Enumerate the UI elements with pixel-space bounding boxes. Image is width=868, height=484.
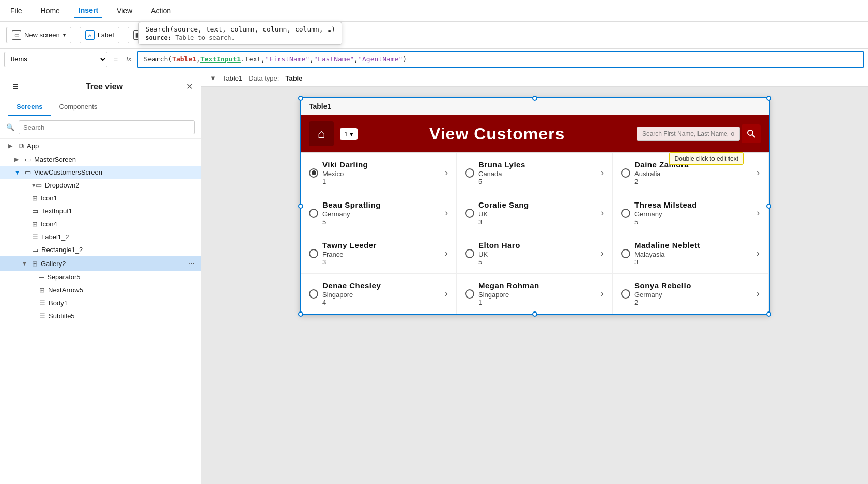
main-layout: ☰ Tree view ✕ Screens Components 🔍 ▶ ⧉ A… bbox=[0, 70, 868, 484]
sidebar-close-button[interactable]: ✕ bbox=[186, 82, 193, 91]
nextarrow-tree-icon: ⊞ bbox=[39, 286, 45, 294]
label-button[interactable]: A Label bbox=[80, 27, 120, 43]
datatype-table-name: Table1 bbox=[223, 74, 242, 82]
body1-label: Body1 bbox=[49, 299, 195, 307]
label-icon: A bbox=[85, 30, 95, 40]
customer-card-3[interactable]: Beau SpratlingGermany5› bbox=[301, 193, 457, 233]
handle-tl[interactable] bbox=[298, 96, 303, 101]
customer-card-8[interactable]: Madaline NeblettMalayasia3› bbox=[613, 233, 769, 274]
customer-name-3: Beau Spratling bbox=[322, 200, 441, 209]
customer-num-10: 1 bbox=[478, 299, 597, 306]
handle-br[interactable] bbox=[766, 311, 771, 317]
app-frame: Table1 ⌂ 1 ▾ View Customers bbox=[300, 97, 770, 315]
gallery-tree-icon: ⊞ bbox=[32, 260, 38, 268]
sidebar-item-masterscreen[interactable]: ▶ ▭ MasterScreen bbox=[0, 153, 201, 166]
new-screen-icon: ▭ bbox=[12, 30, 21, 40]
screen-icon-viewcustomers: ▭ bbox=[25, 168, 31, 176]
customer-country-8: Malayasia bbox=[634, 251, 753, 258]
dropdown-chevron: ▾ bbox=[350, 130, 353, 138]
customer-name-10: Megan Rohman bbox=[478, 281, 597, 290]
sidebar-item-separator5[interactable]: ▶ ─ Separator5 bbox=[0, 271, 201, 284]
menu-view[interactable]: View bbox=[113, 5, 136, 17]
sidebar-item-textinput1[interactable]: ▶ ▭ TextInput1 bbox=[0, 205, 201, 217]
customer-radio-9 bbox=[309, 289, 318, 299]
app-search-button[interactable] bbox=[742, 124, 761, 143]
sidebar-item-gallery2[interactable]: ▼ ⊞ Gallery2 ··· bbox=[0, 256, 201, 271]
datatype-value: Table bbox=[285, 74, 302, 82]
sidebar-item-icon1[interactable]: ▶ ⊞ Icon1 bbox=[0, 192, 201, 205]
sidebar-search-input[interactable] bbox=[19, 120, 195, 134]
customer-card-7[interactable]: Elton HaroUK5› bbox=[457, 233, 613, 274]
sidebar-search-container: 🔍 bbox=[0, 116, 201, 139]
separator-tree-icon: ─ bbox=[39, 273, 44, 281]
customer-name-9: Denae Chesley bbox=[322, 281, 441, 290]
sidebar-item-rectangle1-2[interactable]: ▶ ▭ Rectangle1_2 bbox=[0, 243, 201, 256]
customer-arrow-0: › bbox=[445, 167, 448, 178]
sidebar-header: ☰ Tree view ✕ bbox=[0, 70, 201, 99]
customer-country-5: Germany bbox=[634, 210, 753, 218]
customer-card-10[interactable]: Megan RohmanSingapore1› bbox=[457, 274, 613, 314]
customer-name-11: Sonya Rebello bbox=[634, 281, 753, 290]
customer-radio-5 bbox=[621, 209, 630, 218]
handle-bl[interactable] bbox=[298, 311, 303, 317]
menu-file[interactable]: File bbox=[6, 5, 26, 17]
customer-info-1: Bruna LylesCanada5 bbox=[478, 160, 597, 185]
customer-num-0: 1 bbox=[322, 178, 441, 185]
customer-num-11: 2 bbox=[634, 299, 753, 306]
customer-radio-0 bbox=[309, 168, 318, 178]
customer-card-6[interactable]: Tawny LeederFrance3› bbox=[301, 233, 457, 274]
customer-arrow-1: › bbox=[601, 167, 604, 178]
menu-home[interactable]: Home bbox=[37, 5, 64, 17]
tab-components[interactable]: Components bbox=[51, 99, 106, 116]
sidebar-item-icon4[interactable]: ▶ ⊞ Icon4 bbox=[0, 217, 201, 230]
handle-bm[interactable] bbox=[532, 311, 537, 317]
customer-name-8: Madaline Neblett bbox=[634, 241, 753, 249]
hamburger-icon[interactable]: ☰ bbox=[8, 79, 23, 95]
property-selector[interactable]: Items bbox=[4, 52, 107, 67]
handle-ml[interactable] bbox=[298, 204, 303, 209]
tree-list: ▶ ⧉ App ▶ ▭ MasterScreen ▼ ▭ ViewCustome… bbox=[0, 139, 201, 484]
icon1-label: Icon1 bbox=[41, 194, 195, 202]
sidebar-item-body1[interactable]: ▶ ☰ Body1 bbox=[0, 296, 201, 309]
tab-screens[interactable]: Screens bbox=[8, 99, 51, 116]
customer-arrow-10: › bbox=[601, 288, 604, 299]
customer-card-0[interactable]: Viki DarlingMexico1› bbox=[301, 153, 457, 193]
sidebar-item-subtitle5[interactable]: ▶ ☰ Subtitle5 bbox=[0, 309, 201, 322]
handle-mr[interactable] bbox=[766, 204, 771, 209]
customer-arrow-8: › bbox=[757, 248, 760, 259]
sidebar-item-nextarrow5[interactable]: ▶ ⊞ NextArrow5 bbox=[0, 284, 201, 296]
datatype-bar: ▼ Table1 Data type: Table bbox=[202, 70, 868, 87]
sidebar-item-viewcustomersscreen[interactable]: ▼ ▭ ViewCustomersScreen bbox=[0, 166, 201, 179]
new-screen-label: New screen bbox=[24, 31, 60, 39]
label-tree-icon: ☰ bbox=[32, 233, 38, 241]
menu-insert[interactable]: Insert bbox=[74, 4, 102, 18]
equals-sign: = bbox=[112, 55, 120, 64]
sidebar-item-app[interactable]: ▶ ⧉ App bbox=[0, 139, 201, 153]
rectangle1-2-label: Rectangle1_2 bbox=[41, 246, 195, 254]
rectangle-tree-icon: ▭ bbox=[32, 246, 38, 254]
customer-card-9[interactable]: Denae ChesleySingapore4› bbox=[301, 274, 457, 314]
customer-card-1[interactable]: Bruna LylesCanada5› bbox=[457, 153, 613, 193]
customer-name-6: Tawny Leeder bbox=[322, 241, 441, 249]
icon4-tree-icon: ⊞ bbox=[32, 220, 38, 228]
customer-card-11[interactable]: Sonya RebelloGermany2› bbox=[613, 274, 769, 314]
customer-radio-6 bbox=[309, 249, 318, 258]
customer-name-0: Viki Darling bbox=[322, 160, 441, 169]
sidebar-item-label1-2[interactable]: ▶ ☰ Label1_2 bbox=[0, 230, 201, 243]
new-screen-button[interactable]: ▭ New screen ▾ bbox=[6, 27, 71, 43]
app-search-input[interactable] bbox=[637, 127, 740, 141]
customer-country-0: Mexico bbox=[322, 170, 441, 178]
handle-tm[interactable] bbox=[532, 96, 537, 101]
gallery2-menu[interactable]: ··· bbox=[188, 259, 195, 268]
app-dropdown[interactable]: 1 ▾ bbox=[340, 128, 358, 140]
formula-input[interactable]: Search(Table1, TextInput1.Text, "FirstNa… bbox=[137, 51, 864, 68]
sidebar-item-dropdown2[interactable]: ▶ ▾▭ Dropdown2 bbox=[0, 179, 201, 192]
sidebar-tabs: Screens Components bbox=[0, 99, 201, 116]
handle-tr[interactable] bbox=[766, 96, 771, 101]
customer-card-5[interactable]: Thresa MilsteadGermany5› bbox=[613, 193, 769, 233]
home-icon[interactable]: ⌂ bbox=[309, 121, 334, 146]
label1-2-label: Label1_2 bbox=[41, 233, 195, 241]
customer-num-5: 5 bbox=[634, 218, 753, 226]
menu-action[interactable]: Action bbox=[147, 5, 175, 17]
customer-card-4[interactable]: Coralie SangUK3› bbox=[457, 193, 613, 233]
